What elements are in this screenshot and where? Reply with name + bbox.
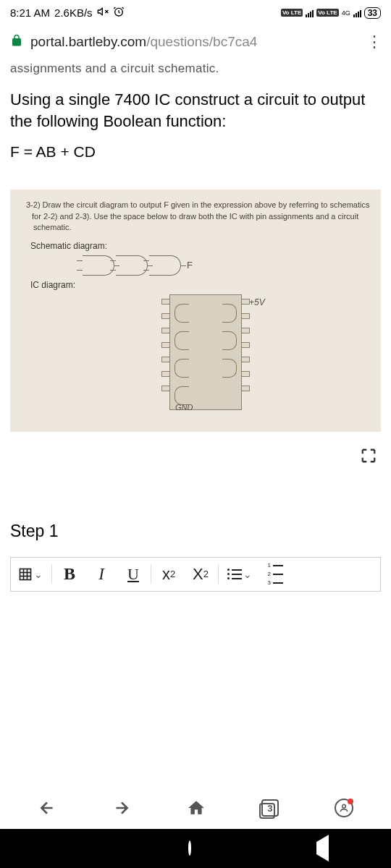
- network-4g: 4G: [342, 9, 350, 17]
- browser-url-bar[interactable]: portal.bartleby.com/questions/bc7ca4 ⋮: [0, 25, 391, 59]
- partial-header-text: assignments and a circuit schematic.: [10, 61, 381, 76]
- question-text: Using a single 7400 IC construct a circu…: [10, 89, 381, 132]
- editor-toolbar: ⌄ B I U x2 X2 ⌄ 123: [10, 557, 381, 592]
- schematic-label: Schematic diagram:: [17, 241, 374, 251]
- ic-chip: [169, 294, 242, 410]
- home-system-button[interactable]: [188, 842, 191, 855]
- chevron-down-icon: ⌄: [34, 569, 43, 580]
- url-text[interactable]: portal.bartleby.com/questions/bc7ca4: [30, 34, 359, 50]
- status-left: 8:21 AM 2.6KB/s: [10, 6, 125, 20]
- voltage-label: +5V: [249, 297, 265, 307]
- profile-button[interactable]: [335, 799, 353, 817]
- browser-menu-icon[interactable]: ⋮: [366, 33, 381, 51]
- table-insert-button[interactable]: ⌄: [11, 558, 50, 591]
- output-f-label: F: [187, 260, 193, 271]
- url-domain: portal.bartleby.com: [30, 34, 146, 49]
- lte-badge-2: Vo LTE: [316, 9, 338, 17]
- status-bar: 8:21 AM 2.6KB/s Vo LTE Vo LTE 4G 33: [0, 0, 391, 25]
- tabs-button[interactable]: 3: [261, 799, 279, 817]
- svg-point-8: [342, 804, 345, 808]
- superscript-button[interactable]: x2: [153, 558, 185, 591]
- lock-icon: [10, 34, 23, 51]
- ic-diagram-label: IC diagram:: [17, 280, 374, 290]
- nand-gate-3: [149, 255, 181, 276]
- answer-section: Step 1 ⌄ B I U x2 X2 ⌄ 123: [0, 522, 391, 592]
- system-nav-bar: [0, 829, 391, 868]
- bold-button[interactable]: B: [54, 558, 85, 591]
- instruction-line-3: schematic.: [17, 222, 374, 233]
- gnd-label: GND: [175, 403, 193, 412]
- forward-button[interactable]: [112, 799, 131, 817]
- subscript-button[interactable]: X2: [185, 558, 216, 591]
- profile-icon: [335, 799, 353, 817]
- page-content: assignments and a circuit schematic. Usi…: [0, 59, 391, 435]
- signal-icon-1: [306, 9, 314, 17]
- signal-icon-2: [353, 9, 361, 17]
- nand-gate-1: [83, 255, 114, 276]
- home-button[interactable]: [187, 799, 206, 817]
- browser-bottom-nav: 3: [0, 787, 391, 829]
- ic-chip-area: +5V GND: [17, 294, 374, 417]
- url-path: /questions/bc7ca4: [146, 34, 257, 49]
- status-right: Vo LTE Vo LTE 4G 33: [281, 7, 381, 19]
- back-system-button[interactable]: [316, 842, 329, 855]
- expand-image-icon[interactable]: [361, 448, 377, 468]
- status-speed: 2.6KB/s: [54, 7, 93, 19]
- schematic-gates: F: [83, 255, 374, 276]
- status-time: 8:21 AM: [10, 7, 50, 19]
- back-button[interactable]: [38, 799, 56, 817]
- underline-button[interactable]: U: [117, 558, 149, 591]
- tab-count: 3: [261, 799, 279, 817]
- battery-indicator: 33: [364, 7, 381, 19]
- mute-icon: [97, 6, 109, 20]
- question-image[interactable]: 3-2) Draw the circuit diagram to output …: [10, 190, 381, 431]
- italic-button[interactable]: I: [85, 558, 117, 591]
- instruction-line-2: for 2-2) and 2-3). Use the space below t…: [17, 211, 374, 222]
- nand-gate-2: [116, 255, 148, 276]
- lte-badge-1: Vo LTE: [281, 9, 303, 17]
- numbered-list-button[interactable]: 123: [259, 558, 291, 591]
- step-title: Step 1: [10, 522, 381, 541]
- svg-rect-3: [20, 569, 31, 579]
- instruction-line-1: 3-2) Draw the circuit diagram to output …: [17, 200, 374, 210]
- worksheet-instructions: 3-2) Draw the circuit diagram to output …: [17, 200, 374, 233]
- formula-text: F = AB + CD: [10, 143, 381, 161]
- bullet-list-button[interactable]: ⌄: [220, 558, 259, 591]
- alarm-icon: [113, 6, 125, 20]
- chevron-down-icon: ⌄: [243, 569, 252, 580]
